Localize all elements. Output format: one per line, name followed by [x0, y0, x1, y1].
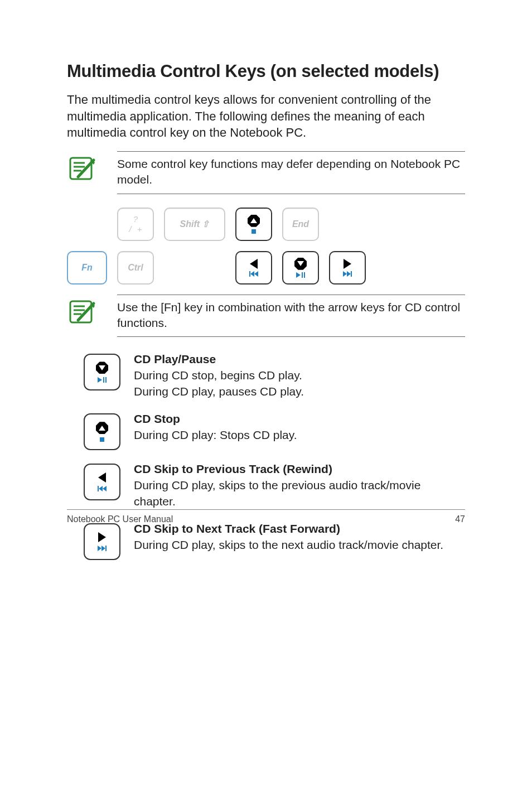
- key-slash-top: ?: [133, 215, 138, 223]
- stop-key-icon: [84, 413, 120, 450]
- note-icon: [67, 155, 97, 185]
- play-pause-key-icon: [84, 354, 120, 390]
- key-arrow-left: [235, 251, 272, 284]
- item-stop: CD Stop During CD play: Stops CD play.: [84, 411, 465, 450]
- item-next-line1: During CD play, skips to the next audio …: [134, 537, 465, 553]
- key-shift-label: Shift ⇧: [180, 219, 210, 229]
- key-slash-left: /: [129, 225, 132, 233]
- footer-page-number: 47: [455, 514, 465, 524]
- next-key-icon: [84, 523, 120, 560]
- key-end: End: [282, 208, 319, 241]
- key-ctrl: Ctrl: [117, 251, 154, 284]
- key-arrow-right: [329, 251, 366, 284]
- key-slash-right: +: [137, 225, 142, 233]
- key-fn-label: Fn: [81, 263, 93, 273]
- key-ctrl-label: Ctrl: [128, 263, 143, 273]
- item-stop-title: CD Stop: [134, 411, 465, 427]
- item-prev-title: CD Skip to Previous Track (Rewind): [134, 461, 465, 478]
- intro-paragraph: The multimedia control keys allows for c…: [67, 91, 465, 141]
- prev-key-icon: [84, 464, 120, 500]
- page-footer: Notebook PC User Manual 47: [67, 509, 465, 524]
- key-end-label: End: [292, 219, 309, 229]
- item-prev-line1: During CD play, skips to the previous au…: [134, 478, 465, 510]
- item-next: CD Skip to Next Track (Fast Forward) Dur…: [84, 521, 465, 560]
- note-2: Use the [Fn] key in combination with the…: [67, 295, 465, 337]
- item-play: CD Play/Pause During CD stop, begins CD …: [84, 351, 465, 400]
- note-1-text: Some control key functions may defer dep…: [117, 151, 465, 194]
- note-1: Some control key functions may defer dep…: [67, 151, 465, 194]
- item-play-title: CD Play/Pause: [134, 351, 465, 368]
- key-fn: Fn: [67, 251, 107, 284]
- footer-left: Notebook PC User Manual: [67, 514, 173, 524]
- key-arrow-up: [235, 208, 272, 241]
- note-2-text: Use the [Fn] key in combination with the…: [117, 295, 465, 337]
- item-play-line1: During CD stop, begins CD play.: [134, 368, 465, 384]
- note-icon: [67, 298, 97, 328]
- item-play-line2: During CD play, pauses CD play.: [134, 384, 465, 400]
- page-heading: Multimedia Control Keys (on selected mod…: [67, 61, 465, 81]
- key-shift: Shift ⇧: [164, 208, 225, 241]
- key-slash: ? / +: [117, 208, 154, 241]
- item-prev: CD Skip to Previous Track (Rewind) Durin…: [84, 461, 465, 510]
- keys-diagram: ? / + Shift ⇧ End Fn: [117, 208, 465, 284]
- key-arrow-down: [282, 251, 319, 284]
- item-stop-line1: During CD play: Stops CD play.: [134, 427, 465, 443]
